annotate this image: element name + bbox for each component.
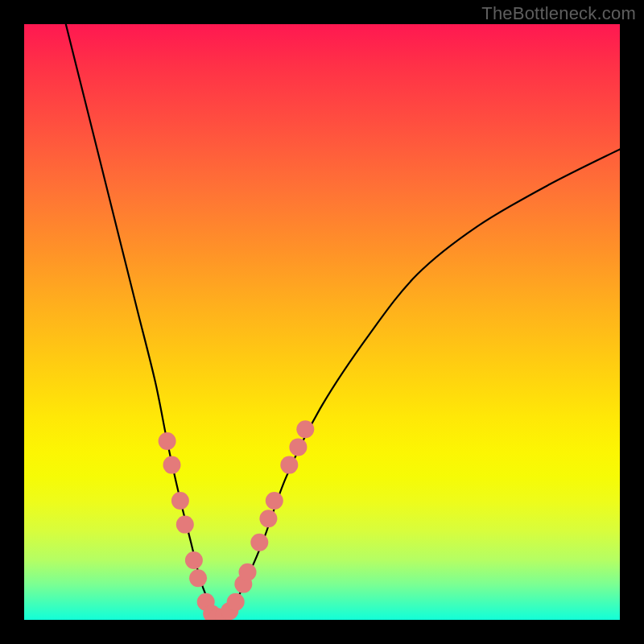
highlight-dot xyxy=(289,438,307,456)
highlight-dot xyxy=(159,432,176,450)
chart-overlay xyxy=(24,24,620,620)
highlight-dot xyxy=(266,492,283,510)
highlight-dot xyxy=(259,510,277,527)
highlight-dot xyxy=(189,569,207,587)
highlight-dot xyxy=(296,420,314,438)
chart-frame: TheBottleneck.com xyxy=(0,0,644,644)
highlight-dot xyxy=(239,564,257,581)
highlight-dot xyxy=(163,456,181,474)
highlight-dots-group xyxy=(159,420,315,620)
highlight-dot xyxy=(171,492,189,510)
highlight-dot xyxy=(176,516,194,534)
highlight-dot xyxy=(227,593,245,611)
highlight-dot xyxy=(250,534,268,551)
watermark-text: TheBottleneck.com xyxy=(481,3,636,24)
highlight-dot xyxy=(185,551,203,569)
highlight-dot xyxy=(280,456,298,474)
bottleneck-curve xyxy=(66,24,620,617)
